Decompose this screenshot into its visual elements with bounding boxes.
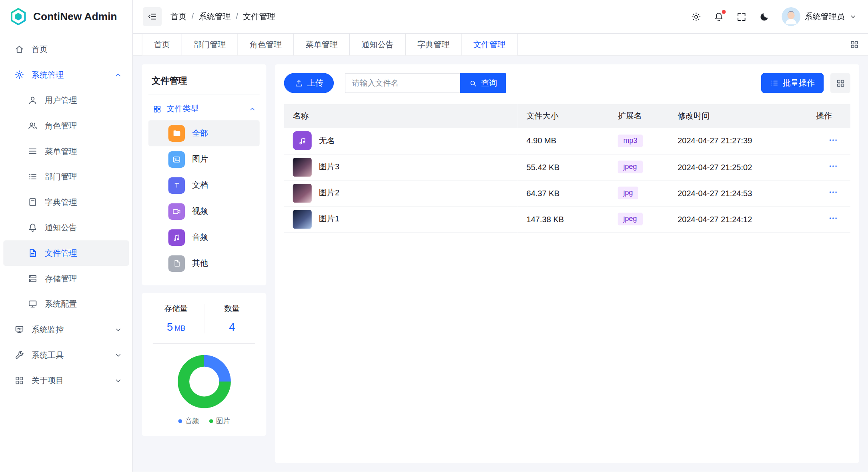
batch-list-icon bbox=[770, 78, 779, 87]
file-type-document[interactable]: 文档 bbox=[148, 172, 260, 198]
file-icon bbox=[28, 248, 38, 258]
upload-label: 上传 bbox=[307, 78, 323, 88]
tab-menu[interactable]: 菜单管理 bbox=[294, 34, 350, 55]
video-icon bbox=[168, 203, 185, 219]
tab-dictionary[interactable]: 字典管理 bbox=[406, 34, 462, 55]
sidebar-item-label: 首页 bbox=[32, 44, 122, 54]
sidebar-item-notice[interactable]: 通知公告 bbox=[3, 215, 129, 241]
file-type-label: 文档 bbox=[192, 180, 208, 191]
sidebar-menu: 首页 系统管理 用户管理 角色管理 菜单管理 部门管理 bbox=[0, 33, 132, 396]
upload-button[interactable]: 上传 bbox=[284, 73, 334, 93]
tab-file-management[interactable]: 文件管理 bbox=[462, 34, 518, 55]
grid-icon bbox=[14, 376, 24, 386]
view-mode-toggle[interactable] bbox=[830, 73, 850, 93]
search-input[interactable] bbox=[345, 73, 460, 93]
storage-stats-card: 存储量 5MB 数量 4 bbox=[142, 293, 266, 436]
breadcrumb-separator: / bbox=[192, 12, 194, 21]
storage-icon bbox=[28, 273, 38, 283]
settings-button[interactable] bbox=[691, 11, 701, 22]
sidebar-item-label: 菜单管理 bbox=[45, 146, 77, 156]
sidebar-item-file-management[interactable]: 文件管理 bbox=[3, 240, 129, 266]
legend-dot-image bbox=[209, 419, 213, 423]
file-time: 2024-04-27 21:24:12 bbox=[669, 206, 807, 232]
dark-mode-toggle[interactable] bbox=[759, 11, 769, 22]
sidebar-item-system-config[interactable]: 系统配置 bbox=[3, 291, 129, 317]
sidebar-item-home[interactable]: 首页 bbox=[0, 36, 132, 62]
chevron-down-icon bbox=[114, 351, 122, 359]
fullscreen-button[interactable] bbox=[736, 11, 746, 22]
sidebar-item-role-management[interactable]: 角色管理 bbox=[3, 113, 129, 139]
notification-badge bbox=[722, 10, 726, 14]
row-actions-button[interactable] bbox=[828, 213, 838, 223]
table-row[interactable]: 图片3 55.42 KB jpeg 2024-04-27 21:25:02 bbox=[284, 154, 850, 180]
main-area: 首页 / 系统管理 / 文件管理 bbox=[133, 0, 868, 472]
sidebar-item-storage-management[interactable]: 存储管理 bbox=[3, 266, 129, 291]
file-name[interactable]: 无名 bbox=[319, 136, 335, 146]
music-file-icon bbox=[293, 131, 312, 150]
batch-operation-button[interactable]: 批量操作 bbox=[761, 73, 824, 93]
ext-tag: jpeg bbox=[618, 213, 643, 225]
breadcrumb: 首页 / 系统管理 / 文件管理 bbox=[170, 11, 275, 22]
table-row[interactable]: 无名 4.90 MB mp3 2024-04-27 21:27:39 bbox=[284, 128, 850, 154]
legend-item-audio: 音频 bbox=[178, 416, 199, 426]
table-row[interactable]: 图片2 64.37 KB jpg 2024-04-27 21:24:53 bbox=[284, 180, 850, 206]
apps-grid-icon bbox=[850, 40, 859, 50]
row-actions-button[interactable] bbox=[828, 187, 838, 197]
query-button[interactable]: 查询 bbox=[460, 73, 506, 93]
sidebar-item-about-project[interactable]: 关于项目 bbox=[0, 368, 132, 394]
tab-home[interactable]: 首页 bbox=[142, 34, 182, 55]
breadcrumb-item-home[interactable]: 首页 bbox=[170, 11, 186, 22]
notifications-button[interactable] bbox=[713, 11, 724, 22]
folder-icon bbox=[168, 125, 185, 141]
sidebar-item-system-monitor[interactable]: 系统监控 bbox=[0, 317, 132, 342]
logo-area[interactable]: ContiNew Admin bbox=[0, 0, 132, 33]
file-type-label: 音频 bbox=[192, 232, 208, 243]
sidebar-collapse-button[interactable] bbox=[143, 7, 162, 26]
topbar: 首页 / 系统管理 / 文件管理 bbox=[133, 0, 868, 33]
monitor-icon bbox=[28, 299, 38, 309]
file-type-group[interactable]: 文件类型 bbox=[148, 95, 260, 120]
storage-usage-stat: 存储量 5MB bbox=[148, 304, 204, 333]
file-table: 名称 文件大小 扩展名 修改时间 操作 无名 bbox=[284, 104, 850, 232]
sidebar-item-menu-management[interactable]: 菜单管理 bbox=[3, 139, 129, 164]
chevron-up-icon bbox=[249, 105, 256, 112]
column-header-time: 修改时间 bbox=[669, 104, 807, 128]
file-type-all[interactable]: 全部 bbox=[148, 120, 260, 146]
file-type-audio[interactable]: 音频 bbox=[148, 224, 260, 250]
table-row[interactable]: 图片1 147.38 KB jpeg 2024-04-27 21:24:12 bbox=[284, 206, 850, 232]
app-title: ContiNew Admin bbox=[33, 10, 117, 22]
storage-unit: MB bbox=[174, 324, 185, 332]
breadcrumb-item-system[interactable]: 系统管理 bbox=[199, 11, 231, 22]
tab-notice[interactable]: 通知公告 bbox=[350, 34, 406, 55]
sidebar-item-label: 系统管理 bbox=[32, 70, 107, 80]
image-thumbnail bbox=[293, 184, 312, 203]
storage-stats: 存储量 5MB 数量 4 bbox=[148, 304, 260, 333]
file-name[interactable]: 图片3 bbox=[319, 162, 339, 172]
file-type-group-label: 文件类型 bbox=[166, 104, 198, 114]
sidebar-item-user-management[interactable]: 用户管理 bbox=[3, 88, 129, 113]
sidebar-item-system-management[interactable]: 系统管理 bbox=[0, 62, 132, 88]
row-actions-button[interactable] bbox=[828, 135, 838, 145]
sidebar-item-system-tools[interactable]: 系统工具 bbox=[0, 342, 132, 368]
file-type-other[interactable]: 其他 bbox=[148, 250, 260, 276]
file-type-label: 视频 bbox=[192, 206, 208, 217]
tabs-menu-button[interactable] bbox=[841, 34, 868, 55]
chevron-down-icon bbox=[114, 376, 122, 385]
tab-role[interactable]: 角色管理 bbox=[238, 34, 294, 55]
tab-department[interactable]: 部门管理 bbox=[182, 34, 238, 55]
file-type-video[interactable]: 视频 bbox=[148, 198, 260, 224]
page-tabs: 首页 部门管理 角色管理 菜单管理 通知公告 字典管理 文件管理 bbox=[133, 33, 868, 56]
count-value: 4 bbox=[229, 321, 235, 333]
file-type-label: 图片 bbox=[192, 154, 208, 165]
user-menu[interactable]: 系统管理员 bbox=[782, 7, 857, 26]
file-name[interactable]: 图片1 bbox=[319, 214, 339, 224]
chevron-down-icon bbox=[849, 13, 857, 20]
sidebar-item-dictionary-management[interactable]: 字典管理 bbox=[3, 189, 129, 215]
users-icon bbox=[28, 121, 38, 131]
file-type-image[interactable]: 图片 bbox=[148, 146, 260, 172]
sidebar-item-department-management[interactable]: 部门管理 bbox=[3, 164, 129, 189]
row-actions-button[interactable] bbox=[828, 161, 838, 171]
storage-value: 5 bbox=[167, 321, 173, 333]
file-name[interactable]: 图片2 bbox=[319, 188, 339, 198]
chevron-down-icon bbox=[114, 325, 122, 334]
